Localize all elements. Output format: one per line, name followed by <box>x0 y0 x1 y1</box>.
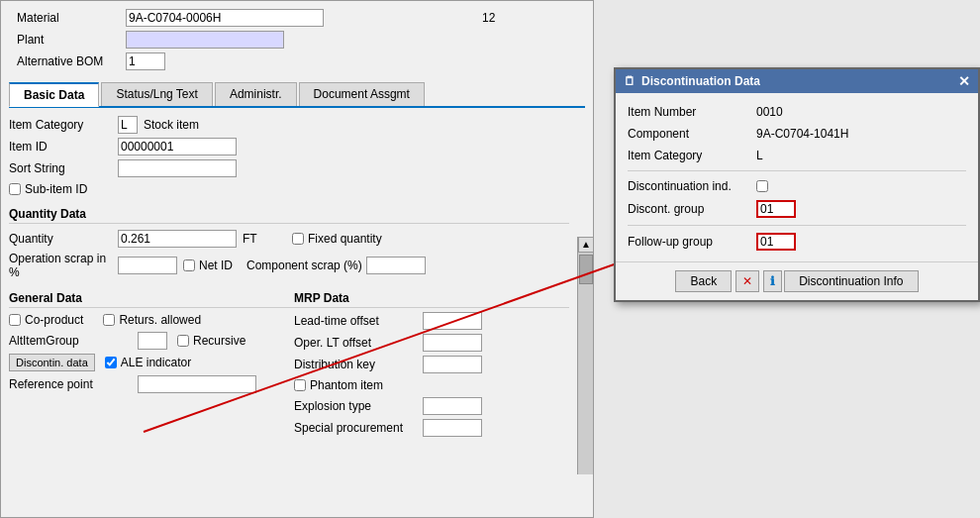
material-label: Material <box>17 11 126 25</box>
sub-item-row: Sub-item ID <box>1 179 577 199</box>
material-input[interactable] <box>126 9 324 27</box>
item-id-row: Item ID <box>1 136 577 157</box>
dialog-item-category-label: Item Category <box>628 149 756 162</box>
dialog-divider-1 <box>628 170 966 171</box>
scrollbar[interactable]: ▲ ▼ <box>577 237 593 474</box>
content-area: Item Category Stock item Item ID Sort St… <box>1 114 577 439</box>
dialog-item-number-row: Item Number 0010 <box>628 101 966 123</box>
tab-basic-data[interactable]: Basic Data <box>9 82 99 107</box>
dialog-item-category-row: Item Category L <box>628 145 966 166</box>
dialog-back-btn[interactable]: Back <box>675 270 732 292</box>
alt-item-group-row: AltItemGroup Recursive <box>9 330 294 352</box>
material-row: Material 12 <box>9 7 585 29</box>
dialog-cancel-btn[interactable]: ✕ <box>735 270 759 292</box>
dialog-discont-group-input[interactable] <box>756 200 796 218</box>
reference-point-input[interactable] <box>138 375 256 393</box>
component-scrap-input[interactable] <box>366 257 426 274</box>
distribution-key-row: Distribution key <box>294 354 569 375</box>
explosion-type-input[interactable] <box>423 397 482 415</box>
info-btn-group: ℹ Discontinuation Info <box>763 270 918 292</box>
explosion-type-label: Explosion type <box>294 399 423 413</box>
oper-scrap-label: Operation scrap in % <box>9 252 118 279</box>
returns-allowed-label: Returs. allowed <box>103 313 201 327</box>
dialog-footer: Back ✕ ℹ Discontinuation Info <box>616 261 978 300</box>
mrp-data-header: MRP Data <box>294 287 569 308</box>
dialog-component-label: Component <box>628 127 756 141</box>
reference-point-row: Reference point <box>9 373 294 395</box>
item-category-input[interactable] <box>118 116 138 134</box>
general-data-header: General Data <box>9 287 294 308</box>
dialog-info-btn[interactable]: ℹ <box>763 270 782 292</box>
item-category-row: Item Category Stock item <box>1 114 577 136</box>
scroll-up-btn[interactable]: ▲ <box>578 237 593 253</box>
explosion-type-row: Explosion type <box>294 395 569 417</box>
alt-bom-label: Alternative BOM <box>17 54 126 68</box>
oper-scrap-input[interactable] <box>118 257 177 274</box>
sort-string-row: Sort String <box>1 157 577 179</box>
dialog-titlebar: 🗒 Discontinuation Data ✕ <box>616 69 978 93</box>
lead-time-offset-row: Lead-time offset <box>294 310 569 332</box>
tabs-bar: Basic Data Status/Lng Text Administr. Do… <box>9 82 585 108</box>
discont-data-row: Discontin. data ALE indicator <box>9 352 294 373</box>
dialog-discont-group-label: Discont. group <box>628 202 756 216</box>
reference-point-label: Reference point <box>9 377 138 391</box>
tab-status-lng-text[interactable]: Status/Lng Text <box>101 82 213 106</box>
returns-allowed-checkbox[interactable] <box>103 314 115 326</box>
distribution-key-input[interactable] <box>423 356 482 373</box>
ale-indicator-label: ALE indicator <box>105 356 191 369</box>
distribution-key-label: Distribution key <box>294 358 423 371</box>
discontinuation-dialog: 🗒 Discontinuation Data ✕ Item Number 001… <box>614 67 980 302</box>
plant-input[interactable] <box>126 31 284 49</box>
fixed-quantity-checkbox[interactable] <box>292 233 304 245</box>
sort-string-input[interactable] <box>118 159 237 177</box>
discont-data-btn[interactable]: Discontin. data <box>9 354 95 371</box>
recursive-label: Recursive <box>177 334 245 348</box>
special-procurement-input[interactable] <box>423 419 482 437</box>
co-product-checkbox[interactable] <box>9 314 21 326</box>
general-data-col: General Data Co-product Returs. allowed <box>9 287 294 439</box>
oper-scrap-row: Operation scrap in % Net ID Component sc… <box>1 250 577 281</box>
tab-document-assgmt[interactable]: Document Assgmt <box>299 82 425 106</box>
plant-label: Plant <box>17 33 126 47</box>
alt-bom-input[interactable] <box>126 52 165 70</box>
dialog-discont-info-btn[interactable]: Discontinuation Info <box>784 270 918 292</box>
sub-item-label: Sub-item ID <box>9 182 87 196</box>
mrp-data-col: MRP Data Lead-time offset Oper. LT offse… <box>294 287 569 439</box>
fixed-quantity-label: Fixed quantity <box>292 232 382 246</box>
alt-item-group-label: AltItemGroup <box>9 334 138 348</box>
main-form: Material 12 Plant Alternative BOM Basic … <box>0 0 594 518</box>
quantity-data-header: Quantity Data <box>1 203 577 223</box>
quantity-row: Quantity FT Fixed quantity <box>1 228 577 250</box>
dialog-component-row: Component 9A-C0704-1041H <box>628 123 966 145</box>
scroll-thumb[interactable] <box>579 255 593 284</box>
phantom-item-checkbox[interactable] <box>294 379 306 391</box>
co-product-label: Co-product <box>9 313 83 327</box>
plant-row: Plant <box>9 29 585 51</box>
net-id-label: Net ID <box>183 259 233 272</box>
dialog-close-btn[interactable]: ✕ <box>958 73 970 89</box>
ale-indicator-checkbox[interactable] <box>105 357 117 368</box>
recursive-checkbox[interactable] <box>177 335 189 347</box>
dialog-discontinuation-ind-checkbox[interactable] <box>756 180 768 192</box>
dialog-item-category-value: L <box>756 149 763 162</box>
sub-item-checkbox[interactable] <box>9 183 21 195</box>
dialog-component-value: 9A-C0704-1041H <box>756 127 848 141</box>
returns-allowed-col: Returs. allowed <box>103 313 201 327</box>
dialog-item-number-value: 0010 <box>756 105 783 119</box>
special-procurement-row: Special procurement <box>294 417 569 439</box>
net-id-checkbox[interactable] <box>183 259 195 271</box>
quantity-label: Quantity <box>9 232 118 246</box>
dialog-follow-up-group-input[interactable] <box>756 233 796 251</box>
dialog-title: Discontinuation Data <box>641 74 760 88</box>
oper-lt-offset-input[interactable] <box>423 334 482 352</box>
quantity-input[interactable] <box>118 230 237 248</box>
item-id-label: Item ID <box>9 140 118 154</box>
special-procurement-label: Special procurement <box>294 421 423 435</box>
lead-time-offset-label: Lead-time offset <box>294 314 423 328</box>
item-category-desc: Stock item <box>144 118 199 132</box>
item-id-input[interactable] <box>118 138 237 155</box>
tab-administr[interactable]: Administr. <box>215 82 297 106</box>
phantom-item-row: Phantom item <box>294 375 569 395</box>
alt-item-group-input[interactable] <box>138 332 167 350</box>
lead-time-offset-input[interactable] <box>423 312 482 330</box>
